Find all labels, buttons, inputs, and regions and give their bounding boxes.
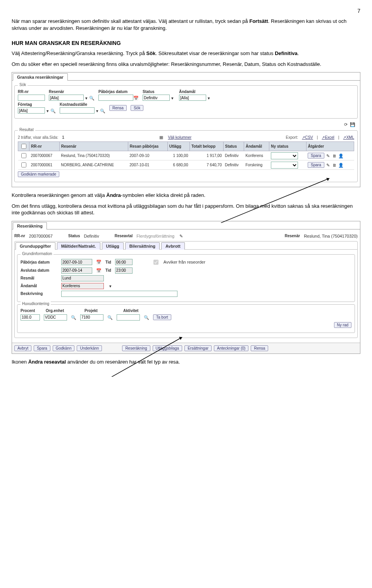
select-all-checkbox[interactable]: [21, 144, 26, 149]
col-aktivitet: Aktivitet: [123, 309, 158, 313]
lookup-icon[interactable]: 🔍: [89, 95, 95, 101]
lookup-icon[interactable]: 🔍: [71, 315, 76, 320]
input-rrnr[interactable]: [18, 95, 45, 101]
col-utlagg[interactable]: Utlägg: [167, 142, 189, 151]
col-totalt[interactable]: Totalt belopp: [190, 142, 224, 151]
tabort-button[interactable]: Ta bort: [153, 314, 171, 320]
lookup-icon[interactable]: 🔍: [50, 108, 56, 114]
footer-buttons: Avbryt Spara Godkänn Underkänn Reseräkni…: [12, 343, 360, 353]
ersattningar-button[interactable]: Ersättningar: [184, 345, 212, 351]
dropdown-icon[interactable]: ▾: [84, 95, 89, 101]
input-beskr[interactable]: [61, 291, 177, 297]
edit-icon[interactable]: ✎: [326, 162, 331, 168]
columns-icon[interactable]: ▦: [158, 134, 164, 140]
cell-status: Definitiv: [223, 151, 244, 160]
person-icon[interactable]: 👤: [338, 153, 344, 159]
huvudkontering-fieldset: Huvudkontering Procent Org.enhet Projekt…: [17, 304, 355, 333]
export-excel[interactable]: ↗Excel: [322, 135, 334, 140]
tab-bilersattning[interactable]: Bilersättning: [125, 242, 160, 250]
input-resmal[interactable]: [61, 275, 104, 281]
dropdown-icon[interactable]: ▾: [45, 108, 50, 114]
avbryt-button[interactable]: Avbryt: [14, 345, 31, 351]
dropdown-icon[interactable]: ▾: [206, 95, 212, 101]
lookup-icon[interactable]: 🔍: [144, 315, 149, 320]
godkann-button[interactable]: Godkänn: [53, 345, 75, 351]
input-aktivitet[interactable]: [117, 314, 140, 321]
save-icon[interactable]: 💾: [350, 122, 355, 127]
export-label: Export:: [286, 135, 298, 140]
note-icon[interactable]: 🗎: [332, 153, 337, 159]
godkann-markerade-button[interactable]: Godkänn markerade: [18, 171, 59, 177]
tab-avbrott[interactable]: Avbrott: [161, 242, 185, 250]
label-beskr: Beskrivning: [21, 291, 57, 296]
export-xml[interactable]: ↗XML: [343, 135, 354, 140]
label-status: Status: [68, 234, 80, 238]
heading-granskar: HUR MAN GRANSKAR EN RESERÄKNING: [12, 40, 360, 46]
refresh-icon[interactable]: ⟳: [343, 122, 349, 127]
person-icon[interactable]: 👤: [338, 162, 344, 168]
input-end[interactable]: [61, 267, 92, 274]
col-atgarder[interactable]: Åtgärder: [306, 142, 354, 151]
input-andamal[interactable]: [61, 283, 104, 289]
rensa-button[interactable]: Rensa: [109, 105, 127, 111]
spara-button[interactable]: Spara: [34, 345, 50, 351]
sok-button[interactable]: Sök: [131, 105, 143, 111]
col-procent: Procent: [21, 309, 42, 313]
input-org[interactable]: [44, 314, 67, 321]
edit-reseavtal-icon[interactable]: ✎: [178, 233, 184, 239]
nyrad-button[interactable]: Ny rad: [334, 322, 351, 328]
col-nystatus[interactable]: Ny status: [269, 142, 306, 151]
lookup-icon[interactable]: 🔍: [107, 315, 113, 320]
tab-granska[interactable]: Granska reseräkningar: [13, 73, 68, 81]
input-tid1[interactable]: [115, 259, 133, 265]
anteckningar-button[interactable]: Anteckningar (0): [214, 345, 248, 351]
input-kostnad[interactable]: [60, 107, 95, 114]
edit-icon[interactable]: ✎: [326, 153, 331, 159]
label-status: Status: [143, 90, 175, 94]
calendar-icon[interactable]: 📅: [96, 268, 102, 273]
dropdown-icon[interactable]: ▾: [95, 108, 100, 114]
input-andamal[interactable]: [179, 95, 206, 101]
calendar-icon[interactable]: 📅: [133, 95, 139, 101]
lookup-icon[interactable]: 🔍: [100, 108, 105, 114]
export-csv[interactable]: ↗CSV: [302, 135, 313, 140]
result-page: 1: [62, 135, 64, 140]
tab-grunduppgifter[interactable]: Grunduppgifter: [16, 242, 55, 250]
row-checkbox[interactable]: [21, 153, 26, 158]
nystatus-select[interactable]: [271, 152, 298, 159]
input-projekt[interactable]: [80, 314, 103, 321]
input-resenar[interactable]: [49, 95, 84, 101]
col-rrnr[interactable]: RR-nr: [29, 142, 60, 151]
col-andamal[interactable]: Ändamål: [244, 142, 269, 151]
dropdown-icon[interactable]: ▾: [108, 283, 113, 289]
nystatus-select[interactable]: [271, 162, 298, 169]
input-tid2[interactable]: [115, 267, 133, 274]
table-row[interactable]: 2007000067 Reslund, Tina (7504170320) 20…: [18, 151, 354, 160]
note-icon[interactable]: 🗎: [332, 162, 337, 168]
tab-maltider[interactable]: Måltider/Nattrakt.: [57, 242, 100, 250]
dropdown-icon[interactable]: ▾: [170, 95, 175, 101]
rensa-button[interactable]: Rensa: [251, 345, 268, 351]
spara-row-button[interactable]: Spara: [308, 162, 324, 168]
input-status[interactable]: [143, 95, 170, 101]
cell-resenar: Reslund, Tina (7504170320): [59, 151, 128, 160]
col-resenar[interactable]: Resenär: [59, 142, 128, 151]
row-checkbox[interactable]: [21, 162, 26, 167]
paragraph-4: Kontrollera reseräkningen genom att välj…: [12, 192, 360, 199]
underkann-button[interactable]: Underkänn: [77, 345, 102, 351]
spara-row-button[interactable]: Spara: [308, 153, 324, 159]
calendar-icon[interactable]: 📅: [96, 259, 102, 265]
valj-kolumner-link[interactable]: Välj kolumner: [168, 135, 191, 140]
col-status[interactable]: Status: [223, 142, 244, 151]
input-date[interactable]: [98, 95, 133, 101]
col-start[interactable]: Resan påbörjas: [128, 142, 167, 151]
tab-utlagg[interactable]: Utlägg: [102, 242, 124, 250]
utlaggsbilaga-button[interactable]: Utläggsbilaga: [153, 345, 183, 351]
input-foretag[interactable]: [18, 107, 45, 114]
input-procent[interactable]: [21, 314, 40, 321]
reserakning-button[interactable]: Reseräkning: [122, 345, 150, 351]
label-resenar: Resenär: [49, 90, 95, 94]
input-start[interactable]: [61, 259, 92, 265]
tab-reserakning[interactable]: Reseräkning: [13, 222, 47, 229]
table-row[interactable]: 2007000061 NORBERG, ANNE-CATHRINE 2007-1…: [18, 160, 354, 170]
